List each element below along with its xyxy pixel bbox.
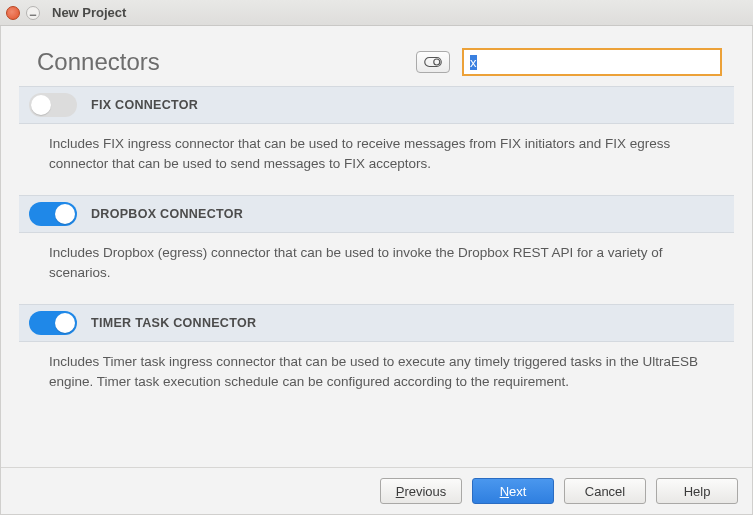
connector-item-timer: TIMER TASK CONNECTOR Includes Timer task… [19,304,734,407]
connector-name: DROPBOX CONNECTOR [91,207,243,221]
page-header: Connectors [1,26,752,86]
connector-header: DROPBOX CONNECTOR [19,195,734,233]
minimize-icon[interactable] [26,6,40,20]
close-icon[interactable] [6,6,20,20]
svg-point-2 [434,59,440,65]
svg-rect-0 [30,14,36,15]
window-titlebar: New Project [0,0,753,26]
btn-rest: revious [404,484,446,499]
page-title: Connectors [37,48,404,76]
connector-description: Includes Timer task ingress connector th… [19,342,734,407]
connector-name: FIX CONNECTOR [91,98,198,112]
help-button[interactable]: Help [656,478,738,504]
connector-toggle[interactable] [29,202,77,226]
window-body: Connectors FIX CONNECTOR Includes FIX in… [0,26,753,515]
connector-name: TIMER TASK CONNECTOR [91,316,256,330]
search-input[interactable] [462,48,722,76]
wizard-footer: Previous Next Cancel Help [1,467,752,514]
toggle-view-button[interactable] [416,51,450,73]
connector-header: TIMER TASK CONNECTOR [19,304,734,342]
previous-button[interactable]: Previous [380,478,462,504]
connector-toggle[interactable] [29,93,77,117]
window-title: New Project [52,5,126,20]
connector-description: Includes FIX ingress connector that can … [19,124,734,189]
connector-item-dropbox: DROPBOX CONNECTOR Includes Dropbox (egre… [19,195,734,298]
connector-list: FIX CONNECTOR Includes FIX ingress conne… [1,86,752,467]
next-button[interactable]: Next [472,478,554,504]
svg-rect-1 [425,58,442,67]
connector-toggle[interactable] [29,311,77,335]
connector-header: FIX CONNECTOR [19,86,734,124]
btn-rest: ext [509,484,526,499]
connector-item-fix: FIX CONNECTOR Includes FIX ingress conne… [19,86,734,189]
cancel-button[interactable]: Cancel [564,478,646,504]
connector-description: Includes Dropbox (egress) connector that… [19,233,734,298]
